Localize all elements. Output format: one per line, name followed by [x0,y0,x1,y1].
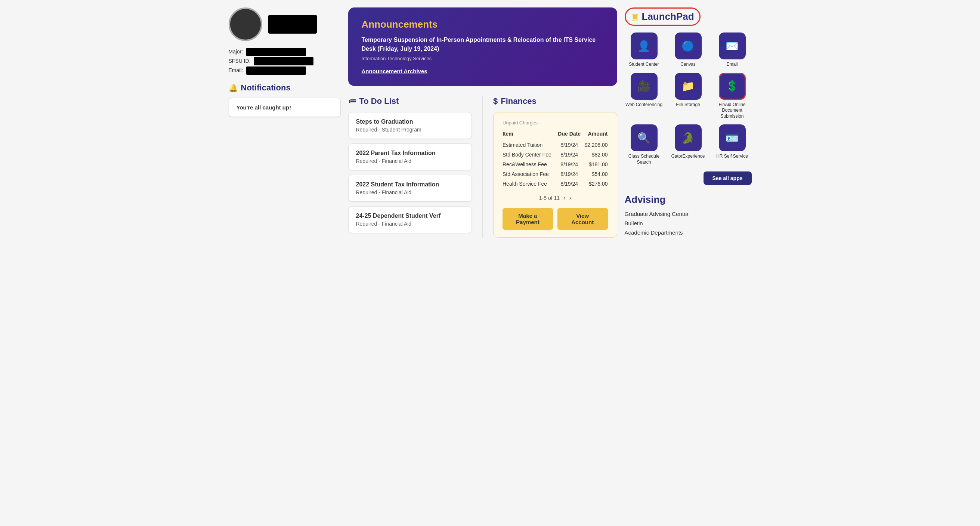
todo-section: ≔ To Do List Steps to Graduation Require… [348,96,472,238]
table-row: Std Body Center Fee 8/19/24 $82.00 [503,150,608,159]
charges-table: Item Due Date Amount Estimated Tuition 8… [503,131,608,189]
name-block [268,15,317,33]
notification-card: You're all caught up! [229,98,341,117]
pagination-prev[interactable]: ‹ [563,195,565,201]
advising-links: Graduate Advising CenterBulletinAcademic… [625,211,752,236]
todo-list: Steps to Graduation Required - Student P… [348,112,472,233]
app-item[interactable]: 💲FinAid Online Document Submission [713,73,752,119]
email-value [246,67,306,75]
app-item[interactable]: 🪪HR Self Service [713,124,752,165]
notifications-header: 🔔 Notifications [229,83,341,93]
todo-item-subtitle: Required - Student Program [356,127,465,133]
todo-item[interactable]: 2022 Parent Tax Information Required - F… [348,143,472,170]
app-item[interactable]: 👤Student Center [625,32,663,68]
sfsu-id-value [254,57,313,65]
left-panel: Major: SFSU ID: Email: 🔔 Notifications Y… [229,8,341,239]
announcements-archive-link[interactable]: Announcement Archives [362,68,428,74]
app-icon: 🐊 [675,124,702,151]
app-icon: 🎥 [631,73,657,100]
app-item[interactable]: 📁File Storage [669,73,708,119]
advising-section: Advising Graduate Advising CenterBulleti… [625,194,752,236]
todo-item-title: Steps to Graduation [356,118,465,125]
app-label: HR Self Service [716,154,748,159]
vertical-divider [482,96,483,238]
todo-item[interactable]: 2022 Student Tax Information Required - … [348,175,472,202]
todo-title: To Do List [360,96,399,106]
finances-title: Finances [501,96,536,106]
pagination: 1-5 of 11 ‹ › [503,195,608,201]
todo-item-title: 2022 Parent Tax Information [356,150,465,157]
app-label: GatorExperience [671,154,705,159]
app-item[interactable]: 🔵Canvas [669,32,708,68]
app-label: File Storage [676,102,700,108]
app-item[interactable]: ✉️Email [713,32,752,68]
todo-finances-container: ≔ To Do List Steps to Graduation Require… [348,96,617,238]
announcements-card: Announcements Temporary Suspension of In… [348,8,617,86]
app-icon: ✉️ [719,32,746,59]
app-icon: 📁 [675,73,702,100]
major-value [246,48,306,56]
app-item[interactable]: 🎥Web Conferencing [625,73,663,119]
announcements-source: Information Technology Services [362,56,604,61]
cell-amount: $181.00 [582,159,608,169]
app-item[interactable]: 🔍Class Schedule Search [625,124,663,165]
bell-icon: 🔔 [229,83,238,92]
apps-grid: 👤Student Center🔵Canvas✉️Email🎥Web Confer… [625,32,752,165]
finances-section: $ Finances Unpaid Charges Item Due Date … [493,96,617,238]
unpaid-charges-label: Unpaid Charges [503,120,608,126]
col-amount: Amount [582,131,608,140]
app-item[interactable]: 🐊GatorExperience [669,124,708,165]
notifications-title: Notifications [241,83,291,93]
make-payment-button[interactable]: Make a Payment [503,208,553,230]
cell-item: Rec&Wellness Fee [503,159,557,169]
announcements-title: Announcements [362,19,604,30]
cell-amount: $54.00 [582,169,608,179]
sfsu-id-label: SFSU ID: [229,58,251,64]
cell-amount: $276.00 [582,179,608,189]
cell-item: Std Association Fee [503,169,557,179]
notifications-section: 🔔 Notifications You're all caught up! [229,83,341,117]
app-icon: 🔍 [631,124,657,151]
email-label: Email: [229,67,243,73]
todo-item-subtitle: Required - Financial Aid [356,189,465,195]
cell-item: Estimated Tuition [503,140,557,150]
table-row: Health Service Fee 8/19/24 $276.00 [503,179,608,189]
finances-card: Unpaid Charges Item Due Date Amount Esti… [493,112,617,238]
announcements-headline: Temporary Suspension of In-Person Appoin… [362,35,604,53]
app-label: Class Schedule Search [625,154,663,165]
todo-item-title: 24-25 Dependent Student Verf [356,213,465,219]
finances-buttons: Make a Payment View Account [503,208,608,230]
advising-link[interactable]: Academic Departments [625,229,752,236]
app-label: Web Conferencing [625,102,662,108]
launchpad-oval: ▣ LaunchPad [625,8,700,26]
app-icon: 👤 [631,32,657,59]
todo-header: ≔ To Do List [348,96,472,106]
todo-item-subtitle: Required - Financial Aid [356,221,465,227]
profile-section [229,8,341,41]
cell-item: Health Service Fee [503,179,557,189]
advising-link[interactable]: Bulletin [625,220,752,226]
dollar-icon: $ [493,96,498,106]
todo-item[interactable]: 24-25 Dependent Student Verf Required - … [348,206,472,233]
advising-link[interactable]: Graduate Advising Center [625,211,752,217]
table-row: Rec&Wellness Fee 8/19/24 $181.00 [503,159,608,169]
finances-header: $ Finances [493,96,617,106]
right-panel: ▣ LaunchPad 👤Student Center🔵Canvas✉️Emai… [625,8,752,239]
cell-due-date: 8/19/24 [557,150,582,159]
app-icon: 🔵 [675,32,702,59]
center-panel: Announcements Temporary Suspension of In… [348,8,617,239]
app-label: FinAid Online Document Submission [713,102,752,119]
pagination-next[interactable]: › [569,195,571,201]
cell-amount: $2,208.00 [582,140,608,150]
cell-due-date: 8/19/24 [557,179,582,189]
launchpad-title: LaunchPad [642,11,694,22]
view-account-button[interactable]: View Account [557,208,608,230]
col-item: Item [503,131,557,140]
see-all-apps-button[interactable]: See all apps [703,172,752,185]
profile-info: Major: SFSU ID: Email: [229,47,341,75]
app-icon: 🪪 [719,124,746,151]
cell-amount: $82.00 [582,150,608,159]
app-label: Student Center [629,62,659,68]
cell-item: Std Body Center Fee [503,150,557,159]
todo-item[interactable]: Steps to Graduation Required - Student P… [348,112,472,139]
